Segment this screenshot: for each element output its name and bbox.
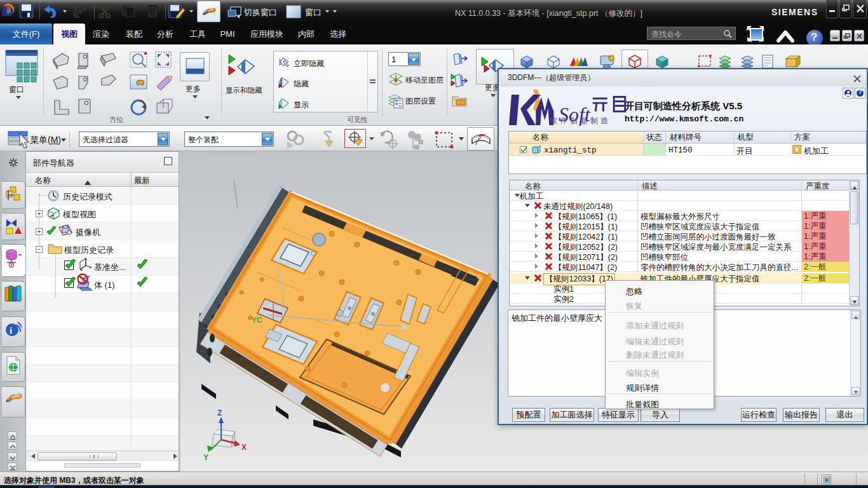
svg-text:Z: Z (217, 409, 222, 417)
svg-text:YC: YC (252, 316, 262, 325)
svg-text:i: i (10, 325, 12, 336)
svg-text:X: X (241, 443, 247, 452)
svg-text:C: C (311, 250, 315, 257)
svg-text:Y: Y (203, 453, 208, 462)
